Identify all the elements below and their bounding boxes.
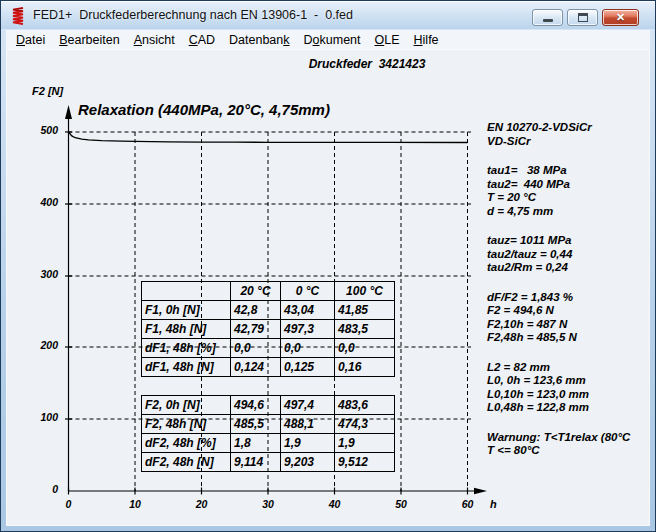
material-group: EN 10270-2-VDSiCr VD-SiCr [487, 121, 647, 148]
y-tick-400: 400 [24, 196, 58, 208]
table-row: F2, 0h [N] 494,6 497,4 483,6 [142, 396, 395, 415]
menu-datei[interactable]: Datei [9, 32, 52, 48]
window-title: FED1+ Druckfederberechnung nach EN 13906… [33, 8, 353, 22]
x-tick-40: 40 [320, 498, 350, 510]
menu-ole[interactable]: OLE [368, 32, 407, 48]
results-panel: EN 10270-2-VDSiCr VD-SiCr tau1= 38 MPa t… [487, 121, 647, 474]
length-group: L2 = 82 mm L0, 0h = 123,6 mm L0,10h = 12… [487, 361, 647, 415]
y-tick-200: 200 [24, 339, 58, 351]
menu-hilfe[interactable]: Hilfe [407, 32, 446, 48]
chart-title: Relaxation (440MPa, 20°C, 4,75mm) [78, 101, 330, 118]
x-tick-60: 60 [453, 498, 483, 510]
spring-app-icon [10, 6, 27, 25]
table-row: F1, 48h [N] 42,79 497,3 483,5 [142, 320, 395, 339]
minimize-icon [543, 19, 553, 22]
table-row: dF2, 48h [%] 1,8 1,9 1,9 [142, 434, 395, 453]
results-table: 20 °C 0 °C 100 °C F1, 0h [N] 42,8 43,04 … [141, 281, 395, 472]
menu-bearbeiten[interactable]: Bearbeiten [52, 32, 126, 48]
y-axis-arrow [65, 105, 72, 119]
x-tick-20: 20 [187, 498, 217, 510]
table-row: F2, 48h [N] 485,5 488,1 474,3 [142, 415, 395, 434]
table-row: dF1, 48h [%] 0,0 0,0 0,0 [142, 339, 395, 358]
stress-group: tau1= 38 MPa tau2= 440 MPa T = 20 °C d =… [487, 164, 647, 218]
y-tick-300: 300 [24, 268, 58, 280]
table-separator-row [142, 377, 395, 396]
close-icon: ✕ [616, 12, 625, 23]
x-tick-10: 10 [120, 498, 150, 510]
material-norm: EN 10270-2-VDSiCr [487, 121, 647, 135]
app-window: FED1+ Druckfederberechnung nach EN 13906… [0, 0, 656, 532]
window-controls: ✕ [532, 9, 639, 26]
warning-text: Warnung: T<T1relax (80°C [487, 431, 647, 445]
y-tick-100: 100 [24, 411, 58, 423]
maximize-icon [578, 13, 588, 22]
table-header-row: 20 °C 0 °C 100 °C [142, 282, 395, 301]
drawing-area: Druckfeder 3421423 [6, 49, 650, 526]
minimize-button[interactable] [532, 9, 563, 26]
force-group: dF/F2 = 1,843 % F2 = 494,6 N F2,10h = 48… [487, 291, 647, 345]
x-axis-label: h [490, 498, 497, 510]
table-row: dF1, 48h [N] 0,124 0,125 0,16 [142, 358, 395, 377]
x-tick-50: 50 [386, 498, 416, 510]
table-row: F1, 0h [N] 42,8 43,04 41,85 [142, 301, 395, 320]
material-name: VD-SiCr [487, 135, 647, 149]
x-tick-30: 30 [253, 498, 283, 510]
y-tick-500: 500 [24, 124, 58, 136]
x-axis-arrow [474, 488, 487, 495]
maximize-button[interactable] [567, 9, 598, 26]
menu-cad[interactable]: CAD [182, 32, 222, 48]
y-tick-0: 0 [24, 483, 58, 495]
tauz-group: tauz= 1011 MPa tau2/tauz = 0,44 tau2/Rm … [487, 234, 647, 275]
warning-group: Warnung: T<T1relax (80°C T <= 80°C [487, 431, 647, 458]
menubar: Datei Bearbeiten Ansicht CAD Datenbank D… [6, 30, 650, 49]
menu-ansicht[interactable]: Ansicht [127, 32, 182, 48]
menu-dokument[interactable]: Dokument [297, 32, 368, 48]
titlebar[interactable]: FED1+ Druckfederberechnung nach EN 13906… [1, 1, 655, 29]
x-tick-0: 0 [54, 498, 84, 510]
menu-datenbank[interactable]: Datenbank [222, 32, 296, 48]
table-row: dF2, 48h [N] 9,114 9,203 9,512 [142, 453, 395, 472]
warning-text-2: T <= 80°C [487, 444, 647, 458]
y-axis-label: F2 [N] [32, 85, 63, 97]
close-button[interactable]: ✕ [602, 9, 639, 26]
